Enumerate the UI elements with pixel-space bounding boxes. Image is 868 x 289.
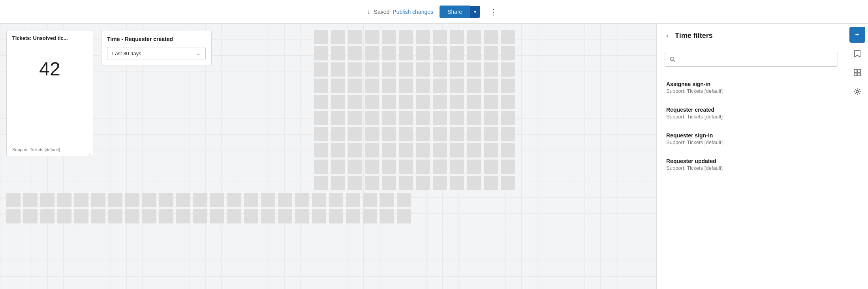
filter-item-name: Requester updated	[666, 158, 836, 164]
tile	[450, 111, 464, 125]
tile	[450, 95, 464, 109]
tile	[348, 160, 362, 174]
filter-item-source: Support: Tickets [default]	[666, 165, 836, 171]
back-button[interactable]: ‹	[665, 30, 670, 41]
tile	[365, 160, 379, 174]
tile	[433, 62, 447, 77]
tile	[312, 209, 326, 223]
canvas: Tickets: Unsolved tic... 42 Support: Tic…	[0, 24, 656, 289]
add-button[interactable]: +	[849, 27, 865, 43]
tile	[6, 193, 21, 207]
publish-changes-button[interactable]: Publish changes	[393, 9, 433, 15]
tile	[314, 143, 328, 158]
tile	[314, 46, 328, 60]
tile	[329, 193, 343, 207]
bookmark-button[interactable]	[849, 46, 865, 62]
tickets-widget: Tickets: Unsolved tic... 42 Support: Tic…	[6, 30, 93, 156]
time-filter-select[interactable]: Last 30 days ⌄	[107, 47, 206, 60]
tile	[433, 143, 447, 158]
tile	[314, 95, 328, 109]
tile	[193, 193, 207, 207]
tile	[382, 30, 396, 44]
tile	[244, 209, 258, 223]
settings-button[interactable]	[849, 84, 865, 99]
chevron-down-icon: ⌄	[196, 51, 201, 56]
filter-item-source: Support: Tickets [default]	[666, 139, 836, 145]
tile	[484, 30, 498, 44]
filter-item-name: Requester created	[666, 107, 836, 113]
tile	[501, 30, 515, 44]
tile	[142, 209, 156, 223]
tile	[382, 79, 396, 93]
tile	[227, 193, 241, 207]
tile	[501, 46, 515, 60]
tile	[159, 209, 173, 223]
tile-grid-bottom	[6, 193, 650, 223]
tile	[227, 209, 241, 223]
search-input[interactable]	[678, 57, 833, 63]
tile	[365, 95, 379, 109]
filter-item[interactable]: Requester sign-in Support: Tickets [defa…	[657, 126, 846, 152]
tile	[365, 79, 379, 93]
share-dropdown-button[interactable]: ▾	[470, 6, 480, 18]
filter-item-source: Support: Tickets [default]	[666, 88, 836, 94]
tile	[501, 62, 515, 77]
tile	[57, 209, 71, 223]
time-filter-widget: Time - Requester created Last 30 days ⌄	[101, 30, 212, 66]
tile	[484, 62, 498, 77]
tile	[399, 95, 413, 109]
share-button[interactable]: Share	[440, 6, 470, 18]
tile	[450, 176, 464, 190]
search-box	[665, 53, 838, 67]
panel-title: Time filters	[675, 32, 713, 40]
tile	[125, 209, 139, 223]
tile	[450, 79, 464, 93]
filter-item[interactable]: Assignee sign-in Support: Tickets [defau…	[657, 75, 846, 100]
tile	[467, 30, 481, 44]
tile	[331, 46, 345, 60]
tile	[484, 79, 498, 93]
canvas-inner: Tickets: Unsolved tic... 42 Support: Tic…	[6, 30, 650, 223]
tile	[40, 209, 54, 223]
tile	[176, 193, 190, 207]
resize-handle[interactable]: ⌟	[88, 151, 92, 155]
tile	[484, 176, 498, 190]
tile	[380, 209, 394, 223]
more-options-button[interactable]: ⋮	[487, 6, 501, 18]
tile	[295, 193, 309, 207]
grid-view-button[interactable]	[849, 65, 865, 81]
tile	[278, 193, 292, 207]
tile	[397, 193, 411, 207]
widget-value: 42	[7, 46, 93, 143]
filter-item[interactable]: Requester updated Support: Tickets [defa…	[657, 152, 846, 177]
filter-item[interactable]: Requester created Support: Tickets [defa…	[657, 100, 846, 126]
tile	[365, 62, 379, 77]
tile	[314, 30, 328, 44]
widget-footer: Support: Tickets [default]	[7, 143, 93, 156]
share-group: Share ▾	[440, 6, 480, 18]
svg-rect-3	[858, 69, 860, 72]
svg-point-6	[856, 90, 859, 93]
tile	[314, 79, 328, 93]
sidebar-right: +	[846, 24, 868, 289]
tile	[348, 127, 362, 141]
tile	[23, 209, 38, 223]
tile	[108, 209, 122, 223]
tile	[501, 160, 515, 174]
svg-rect-2	[854, 69, 857, 72]
svg-rect-5	[858, 73, 860, 76]
tile	[399, 160, 413, 174]
tile	[416, 46, 430, 60]
tile	[278, 209, 292, 223]
tile	[433, 95, 447, 109]
tile	[416, 143, 430, 158]
saved-label: Saved	[374, 9, 390, 15]
tile	[348, 95, 362, 109]
tile	[365, 111, 379, 125]
tile	[348, 176, 362, 190]
tile	[348, 30, 362, 44]
save-group: ↓ Saved Publish changes	[367, 8, 433, 16]
tile	[484, 160, 498, 174]
tile	[399, 30, 413, 44]
tile	[346, 193, 360, 207]
